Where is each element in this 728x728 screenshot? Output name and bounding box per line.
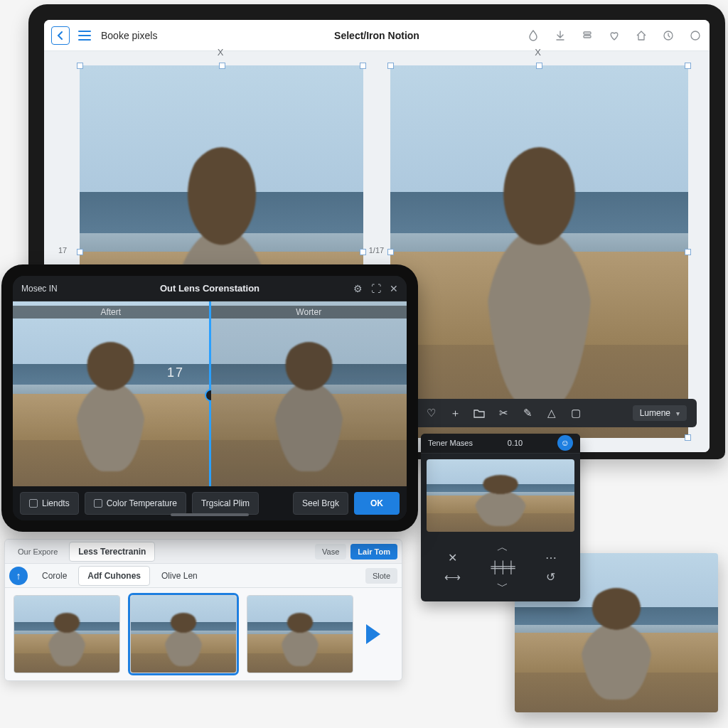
resize-handle[interactable] — [360, 63, 366, 69]
filmstrip-panel: Our Expore Less Terectranin Vase Lair To… — [4, 539, 402, 681]
tablet-title: Out Lens Corenstation — [13, 283, 407, 294]
chevron-up-icon[interactable]: ︿ — [497, 540, 508, 555]
compare-left: Aftert — [13, 301, 209, 486]
ruler-tick-right: 1/17 — [369, 246, 384, 255]
timer-thumbnail[interactable] — [427, 459, 574, 532]
seel-button[interactable]: Seel Brgk — [293, 492, 348, 515]
gear-icon[interactable]: ⚙ — [353, 283, 363, 294]
close-icon[interactable]: ✕ — [390, 283, 398, 294]
next-arrow-icon[interactable] — [366, 624, 380, 644]
close-icon[interactable]: ✕ — [448, 551, 457, 564]
tab-adf-cuhones[interactable]: Adf Cuhones — [78, 566, 150, 586]
timer-panel: Tener Mases 0.10 ☺ ✕ ⟷ ︿ ╪╪╪ ﹀ ⋯ ↺ — [421, 434, 580, 601]
menu-icon[interactable] — [75, 26, 94, 45]
user-bubble-icon[interactable]: ☺ — [557, 435, 573, 451]
drop-icon[interactable] — [526, 28, 540, 43]
timer-header: Tener Mases 0.10 ☺ — [421, 434, 580, 454]
tablet-screen: Mosec IN Out Lens Corenstation ⚙ ⛶ ✕ Aft… — [13, 276, 407, 520]
close-handle-left[interactable]: X — [218, 47, 224, 58]
circle-icon[interactable] — [688, 28, 702, 43]
square-icon[interactable]: ▢ — [569, 406, 583, 420]
checkbox-icon — [94, 499, 102, 508]
lair-tom-button[interactable]: Lair Tom — [350, 544, 397, 560]
tab-corole[interactable]: Corole — [33, 567, 75, 585]
resize-handle[interactable] — [685, 63, 691, 69]
ruler-tick-left: 17 — [58, 246, 67, 255]
filmstrip-tabs-row1: Our Expore Less Terectranin Vase Lair To… — [5, 540, 402, 564]
heart-icon[interactable] — [607, 28, 621, 43]
clock-icon[interactable] — [661, 28, 675, 43]
tablet-top-left-label: Mosec IN — [21, 284, 58, 294]
color-temperature-button[interactable]: Color Temperature — [85, 492, 186, 515]
resize-handle[interactable] — [77, 249, 83, 255]
left-small-label: Our Expore — [9, 543, 66, 560]
photo-right[interactable] — [390, 65, 688, 438]
laptop-tool-row — [526, 28, 702, 43]
home-icon[interactable] — [634, 28, 648, 43]
ok-button[interactable]: OK — [354, 492, 400, 515]
dots-icon[interactable]: ⋯ — [545, 551, 557, 564]
home-indicator — [171, 513, 249, 516]
expand-icon[interactable]: ⛶ — [371, 283, 381, 294]
compare-left-label: Aftert — [13, 306, 209, 318]
liendts-button[interactable]: Liendts — [20, 492, 79, 515]
preset-dropdown-label: Lumene — [640, 408, 670, 418]
tablet-compare[interactable]: Aftert Worter 17 — [13, 301, 407, 486]
compare-right-label: Worter — [211, 306, 407, 318]
resize-handle[interactable] — [685, 434, 691, 441]
filmstrip-body — [5, 588, 402, 680]
resize-handle[interactable] — [536, 63, 542, 69]
thumbnail[interactable] — [14, 595, 120, 673]
waveform-icon[interactable]: ╪╪╪ — [491, 561, 515, 574]
scissors-icon[interactable]: ✂ — [496, 406, 510, 420]
thumbnail-selected[interactable] — [130, 595, 237, 673]
resize-handle[interactable] — [77, 63, 83, 69]
chevron-down-icon[interactable]: ﹀ — [497, 579, 508, 594]
resize-handle[interactable] — [387, 249, 394, 255]
timer-controls: ✕ ⟷ ︿ ╪╪╪ ﹀ ⋯ ↺ — [421, 537, 580, 601]
resize-handle[interactable] — [685, 249, 691, 255]
stack-icon[interactable] — [580, 28, 594, 43]
pen-icon[interactable]: ✎ — [520, 406, 535, 420]
back-button[interactable] — [51, 26, 70, 45]
filmstrip-tabs-row2: ↑ Corole Adf Cuhones Olive Len Slote — [5, 564, 402, 588]
tablet-device: Mosec IN Out Lens Corenstation ⚙ ⛶ ✕ Aft… — [1, 264, 418, 532]
svg-point-3 — [691, 31, 700, 40]
thumbnail[interactable] — [247, 595, 353, 673]
vase-button[interactable]: Vase — [315, 544, 346, 560]
svg-rect-0 — [584, 32, 591, 34]
resize-handle[interactable] — [387, 63, 394, 69]
laptop-dark-toolbar: ♡ ＋ ✂ ✎ △ ▢ Lumene ▾ — [414, 399, 697, 427]
tab-olive-len[interactable]: Olive Len — [153, 567, 206, 585]
canvas-pane-right[interactable]: X 1/17 — [390, 65, 688, 438]
preset-dropdown[interactable]: Lumene ▾ — [633, 405, 687, 421]
close-handle-right[interactable]: X — [535, 47, 541, 58]
compare-right: Worter — [211, 301, 407, 486]
triangle-icon[interactable]: △ — [545, 406, 559, 420]
plus-icon[interactable]: ＋ — [448, 406, 462, 420]
folder-icon[interactable] — [472, 406, 486, 420]
slider-icon[interactable]: ⟷ — [444, 570, 461, 584]
tropical-button[interactable]: Trgsical Plim — [192, 492, 259, 515]
timer-value: 0.10 — [508, 439, 523, 447]
tab-less-terectranin[interactable]: Less Terectranin — [69, 542, 155, 562]
chevron-down-icon: ▾ — [676, 410, 680, 417]
resize-handle[interactable] — [360, 249, 366, 255]
resize-handle[interactable] — [219, 63, 225, 69]
slote-button[interactable]: Slote — [365, 568, 397, 584]
up-button[interactable]: ↑ — [9, 567, 28, 585]
laptop-topbar: Booke pixels Select/Iron Notion — [44, 20, 710, 51]
svg-rect-1 — [584, 36, 591, 38]
tablet-topbar: Mosec IN Out Lens Corenstation ⚙ ⛶ ✕ — [13, 276, 407, 301]
timer-title: Tener Mases — [428, 439, 473, 447]
heart-icon[interactable]: ♡ — [424, 406, 438, 420]
download-icon[interactable] — [553, 28, 567, 43]
reset-icon[interactable]: ↺ — [546, 570, 555, 584]
breadcrumb: Booke pixels — [101, 30, 157, 41]
checkbox-icon — [29, 499, 38, 508]
